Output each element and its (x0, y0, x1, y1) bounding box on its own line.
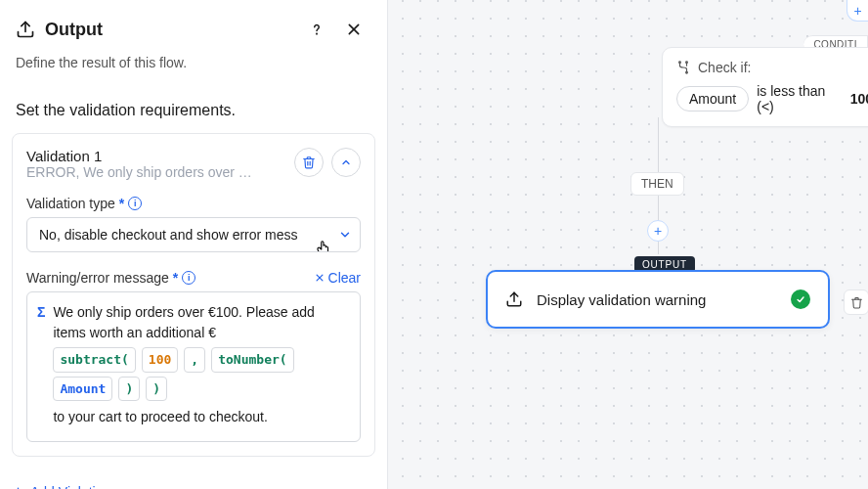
chip-tonumber[interactable]: toNumber( (211, 347, 293, 373)
delete-validation-button[interactable] (294, 148, 324, 177)
chip-close-1[interactable]: ) (118, 377, 140, 402)
message-text-tail: to your cart to proceed to checkout. (53, 407, 267, 427)
chip-comma[interactable]: , (184, 347, 205, 373)
flow-canvas[interactable]: + CONDITI Check if: Amount is less than … (388, 0, 868, 489)
validation-type-label: Validation type * i (26, 196, 361, 211)
output-card-text: Display validation warning (537, 291, 777, 308)
collapse-button[interactable] (331, 148, 361, 177)
help-button[interactable] (303, 16, 330, 43)
info-icon[interactable]: i (128, 197, 142, 210)
formula-icon: Σ (37, 302, 45, 431)
add-node-button[interactable]: + (846, 0, 868, 22)
svg-point-1 (317, 33, 318, 34)
chip-subtract[interactable]: subtract( (53, 347, 135, 373)
clear-button[interactable]: Clear (315, 270, 361, 286)
validation-summary: ERROR, We only ship orders over … (26, 164, 286, 180)
panel-title: Output (45, 20, 293, 40)
cursor-pointer-icon (315, 240, 332, 252)
check-if-label: Check if: (698, 60, 751, 75)
check-icon (791, 289, 810, 309)
chip-100[interactable]: 100 (142, 347, 178, 373)
message-label: Warning/error message * i (26, 270, 195, 286)
connector-line (658, 117, 659, 172)
validation-title: Validation 1 (26, 148, 286, 164)
add-violation-button[interactable]: Add Violation (12, 484, 375, 489)
validation-type-select[interactable]: No, disable checkout and show error mess (26, 217, 361, 252)
info-icon[interactable]: i (182, 271, 195, 285)
validation-card: Validation 1 ERROR, We only ship orders … (12, 133, 375, 457)
panel-subtitle: Define the result of this flow. (0, 55, 387, 84)
operator-text: is less than (<) (757, 83, 842, 114)
threshold-value: 100 (850, 91, 868, 107)
add-node-button[interactable]: + (647, 220, 669, 242)
close-button[interactable] (340, 16, 368, 43)
message-text: We only ship orders over €100. Please ad… (53, 304, 314, 340)
branch-icon (676, 61, 690, 74)
output-card[interactable]: Display validation warning (486, 270, 830, 329)
panel-header: Output (0, 0, 387, 55)
chip-amount[interactable]: Amount (53, 377, 112, 402)
then-label: THEN (630, 172, 684, 196)
chip-close-2[interactable]: ) (146, 377, 167, 402)
output-panel: Output Define the result of this flow. S… (0, 0, 388, 489)
upload-icon (505, 290, 523, 308)
amount-pill[interactable]: Amount (676, 86, 749, 111)
condition-card[interactable]: Check if: Amount is less than (<) 100 (662, 47, 868, 127)
delete-node-button[interactable] (844, 289, 868, 315)
section-label: Set the validation requirements. (0, 84, 387, 133)
upload-icon (16, 20, 35, 39)
chevron-down-icon (338, 228, 352, 242)
message-editor[interactable]: Σ We only ship orders over €100. Please … (26, 291, 361, 442)
